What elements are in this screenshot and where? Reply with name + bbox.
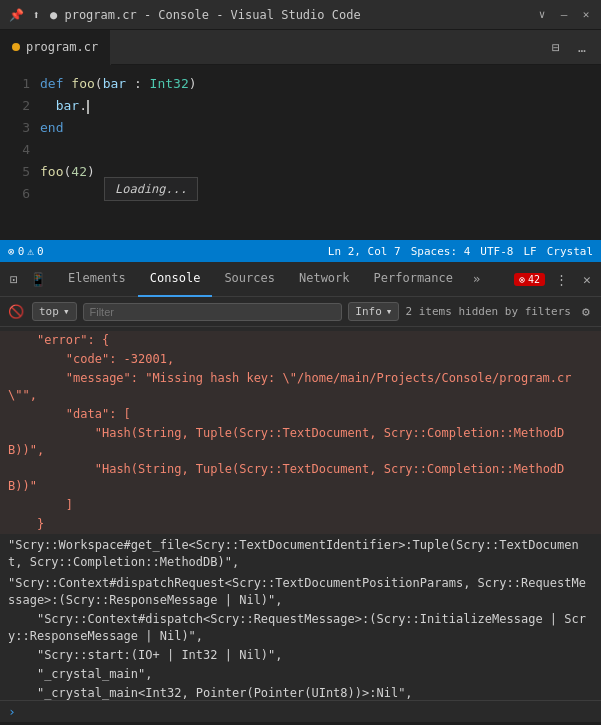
tab-network[interactable]: Network — [287, 262, 362, 297]
console-entry: "_crystal_main", — [0, 665, 601, 684]
console-entry: "Scry::Workspace#get_file<Scry::TextDocu… — [0, 536, 601, 572]
warning-icon: ⚠ — [27, 245, 34, 258]
info-level-label: Info — [355, 305, 382, 318]
log-level-select[interactable]: top ▾ — [32, 302, 77, 321]
info-level-select[interactable]: Info ▾ — [348, 302, 399, 321]
tab-console[interactable]: Console — [138, 262, 213, 297]
console-entry: "data": [ — [0, 405, 601, 424]
error-number: 0 — [18, 245, 25, 258]
title-bar-left: 📌 ⬆ ● program.cr - Console - Visual Stud… — [8, 7, 361, 23]
tab-sources-label: Sources — [224, 271, 275, 285]
console-entry: "_crystal_main<Int32, Pointer(Pointer(UI… — [0, 684, 601, 700]
log-level-label: top — [39, 305, 59, 318]
close-icon[interactable]: ✕ — [579, 8, 593, 22]
error-badge[interactable]: ⊗ 42 — [514, 273, 545, 286]
language-mode[interactable]: Crystal — [547, 245, 593, 258]
console-entry: } — [0, 515, 601, 534]
indentation[interactable]: Spaces: 4 — [411, 245, 471, 258]
status-right: Ln 2, Col 7 Spaces: 4 UTF-8 LF Crystal — [328, 245, 593, 258]
minimize-icon[interactable]: — — [557, 8, 571, 22]
console-entry: "Hash(String, Tuple(Scry::TextDocument, … — [0, 460, 601, 496]
title-bar-controls: ∨ — ✕ — [535, 8, 593, 22]
console-entry: "Scry::Context#dispatch<Scry::RequestMes… — [0, 610, 601, 646]
tab-console-label: Console — [150, 271, 201, 285]
file-encoding[interactable]: UTF-8 — [480, 245, 513, 258]
badge-count: 42 — [528, 274, 540, 285]
devtools-device-icon[interactable]: 📱 — [28, 269, 48, 289]
tab-modified-dot — [12, 43, 20, 51]
devtools-close-icon[interactable]: ✕ — [577, 269, 597, 289]
devtools-inspect-icon[interactable]: ⊡ — [4, 269, 24, 289]
code-line-2: bar. — [40, 95, 593, 117]
status-bar: ⊗ 0 ⚠ 0 Ln 2, Col 7 Spaces: 4 UTF-8 LF C… — [0, 240, 601, 262]
warning-number: 0 — [37, 245, 44, 258]
error-count[interactable]: ⊗ 0 ⚠ 0 — [8, 245, 44, 258]
code-line-1: def foo(bar : Int32) — [40, 73, 593, 95]
code-line-4 — [40, 139, 593, 161]
devtools-menu-icon[interactable]: ⋮ — [551, 269, 571, 289]
console-entry: ] — [0, 496, 601, 515]
title-bar: 📌 ⬆ ● program.cr - Console - Visual Stud… — [0, 0, 601, 30]
devtools-tab-right: ⊗ 42 ⋮ ✕ — [514, 269, 597, 289]
devtools-more-tabs[interactable]: » — [465, 272, 488, 286]
hidden-items-count: 2 items hidden by filters — [405, 305, 571, 318]
editor-tab-bar: program.cr ⊟ … — [0, 30, 601, 65]
console-output[interactable]: "error": { "code": -32001, "message": "M… — [0, 327, 601, 700]
up-icon[interactable]: ⬆ — [28, 7, 44, 23]
editor-tab-actions: ⊟ … — [545, 36, 601, 58]
console-entry: "error": { — [0, 331, 601, 350]
filter-input[interactable] — [83, 303, 343, 321]
tab-network-label: Network — [299, 271, 350, 285]
console-entry: "Hash(String, Tuple(Scry::TextDocument, … — [0, 424, 601, 460]
error-icon: ⊗ — [8, 245, 15, 258]
chevron-down-icon: ▾ — [63, 305, 70, 318]
editor-tab-program[interactable]: program.cr — [0, 30, 111, 65]
tab-elements-label: Elements — [68, 271, 126, 285]
window-title: ● program.cr - Console - Visual Studio C… — [50, 8, 361, 22]
more-actions-icon[interactable]: … — [571, 36, 593, 58]
cursor-position[interactable]: Ln 2, Col 7 — [328, 245, 401, 258]
autocomplete-popup: Loading... — [104, 177, 198, 201]
console-input[interactable] — [22, 705, 593, 719]
clear-console-icon[interactable]: 🚫 — [6, 302, 26, 322]
code-editor: 1 2 3 4 5 6 def foo(bar : Int32) bar. en… — [0, 65, 601, 240]
console-entry: "Scry::Context#dispatchRequest<Scry::Tex… — [0, 574, 601, 610]
collapse-icon[interactable]: ∨ — [535, 8, 549, 22]
tab-performance[interactable]: Performance — [362, 262, 465, 297]
console-input-line: › — [0, 700, 601, 722]
tab-label: program.cr — [26, 40, 98, 54]
console-prompt-icon: › — [8, 704, 16, 719]
tab-sources[interactable]: Sources — [212, 262, 287, 297]
line-numbers: 1 2 3 4 5 6 — [0, 65, 40, 240]
split-editor-icon[interactable]: ⊟ — [545, 36, 567, 58]
devtools-panel: ⊡ 📱 Elements Console Sources Network Per… — [0, 262, 601, 722]
devtools-toolbar: 🚫 top ▾ Info ▾ 2 items hidden by filters… — [0, 297, 601, 327]
tab-elements[interactable]: Elements — [56, 262, 138, 297]
title-bar-icons: 📌 ⬆ — [8, 7, 44, 23]
pin-icon[interactable]: 📌 — [8, 7, 24, 23]
code-line-3: end — [40, 117, 593, 139]
devtools-left-icons: ⊡ 📱 — [4, 269, 56, 289]
console-entry: "code": -32001, — [0, 350, 601, 369]
console-settings-icon[interactable]: ⚙ — [577, 303, 595, 321]
console-entry: "message": "Missing hash key: \"/home/ma… — [0, 369, 601, 405]
info-chevron-icon: ▾ — [386, 305, 393, 318]
devtools-tab-bar: ⊡ 📱 Elements Console Sources Network Per… — [0, 262, 601, 297]
console-entry: "Scry::start:(IO+ | Int32 | Nil)", — [0, 646, 601, 665]
line-ending[interactable]: LF — [523, 245, 536, 258]
code-content[interactable]: def foo(bar : Int32) bar. end foo(42) — [40, 65, 593, 240]
editor-scrollbar[interactable] — [593, 65, 601, 240]
badge-error-icon: ⊗ — [519, 274, 525, 285]
tab-performance-label: Performance — [374, 271, 453, 285]
